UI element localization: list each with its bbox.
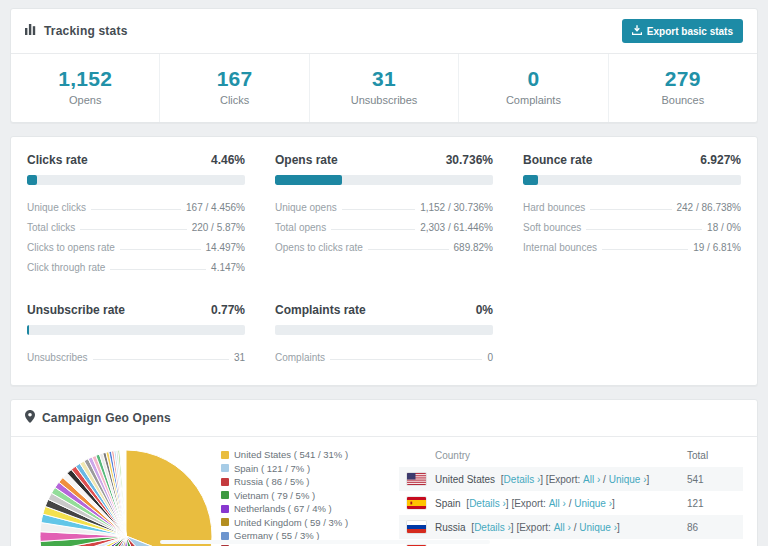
export-all-link[interactable]: All › <box>549 498 566 509</box>
horizontal-scrollbar[interactable] <box>160 540 490 544</box>
stat-row-label: Soft bounces <box>523 222 581 233</box>
country-name: Russia <box>435 522 466 533</box>
country-name: Spain <box>435 498 461 509</box>
tracking-stats-card: Tracking stats Export basic stats 1,152 … <box>10 8 758 123</box>
stat-row-value: 0 <box>487 352 493 363</box>
rate-block: Complaints rate 0% Complaints 0 <box>275 303 493 367</box>
stat-row-value: 220 / 5.87% <box>192 222 245 233</box>
stat-row-value: 4.147% <box>211 262 245 273</box>
column-header-country: Country <box>435 450 470 461</box>
flag-icon-us <box>407 473 426 485</box>
export-unique-link[interactable]: Unique › <box>579 522 617 533</box>
rate-title: Clicks rate <box>27 153 88 167</box>
stat-row-label: Unique clicks <box>27 202 86 213</box>
export-unique-link[interactable]: Unique › <box>574 498 612 509</box>
rate-title: Opens rate <box>275 153 338 167</box>
stat-row: Clicks to opens rate 14.497% <box>27 237 245 257</box>
page-title: Tracking stats <box>25 24 128 38</box>
rate-value: 6.927% <box>700 153 741 167</box>
geo-header: Campaign Geo Opens <box>11 400 757 437</box>
rate-block: Bounce rate 6.927% Hard bounces 242 / 86… <box>523 153 741 277</box>
leader-line <box>590 209 671 210</box>
export-unique-link[interactable]: Unique › <box>609 474 647 485</box>
stat-row-label: Complaints <box>275 352 325 363</box>
stat-row: Hard bounces 242 / 86.738% <box>523 197 741 217</box>
stat-row-label: Click through rate <box>27 262 105 273</box>
stat-row-value: 167 / 4.456% <box>186 202 245 213</box>
stat-label: Opens <box>11 94 159 106</box>
stat-row: Soft bounces 18 / 0% <box>523 217 741 237</box>
stat-row-value: 18 / 0% <box>707 222 741 233</box>
legend-swatch <box>221 478 229 486</box>
legend-swatch <box>221 518 229 526</box>
export-all-link[interactable]: All › <box>583 474 600 485</box>
rate-block: Clicks rate 4.46% Unique clicks 167 / 4.… <box>27 153 245 277</box>
legend-label: United States ( 541 / 31% ) <box>234 449 348 460</box>
legend-swatch <box>221 532 229 540</box>
leader-line <box>602 249 688 250</box>
export-label: Export: <box>519 522 553 533</box>
progress-bar <box>275 175 493 185</box>
stat-label: Clicks <box>160 94 308 106</box>
geo-legend: United States ( 541 / 31% ) Spain ( 121 … <box>221 443 393 546</box>
export-basic-stats-button[interactable]: Export basic stats <box>622 19 743 43</box>
summary-stat: 0 Complaints <box>458 54 607 122</box>
stat-row: Unique clicks 167 / 4.456% <box>27 197 245 217</box>
stat-value: 0 <box>459 67 607 91</box>
stat-row-value: 2,303 / 61.446% <box>420 222 493 233</box>
rate-value: 0.77% <box>211 303 245 317</box>
leader-line <box>330 359 482 360</box>
legend-swatch <box>221 464 229 472</box>
details-link[interactable]: Details › <box>474 522 511 533</box>
details-link[interactable]: Details › <box>504 474 541 485</box>
rate-block: Unsubscribe rate 0.77% Unsubscribes 31 <box>27 303 245 367</box>
stat-value: 1,152 <box>11 67 159 91</box>
legend-item: Spain ( 121 / 7% ) <box>221 463 393 474</box>
geo-opens-card: Campaign Geo Opens United States ( 541 /… <box>10 399 758 546</box>
flag-icon-ru <box>407 521 426 533</box>
stat-value: 167 <box>160 67 308 91</box>
legend-item: United Kingdom ( 59 / 3% ) <box>221 517 393 528</box>
stat-row-value: 19 / 6.81% <box>693 242 741 253</box>
table-row: Russia [Details ›] [Export: All › / Uniq… <box>399 515 743 539</box>
stat-row: Internal bounces 19 / 6.81% <box>523 237 741 257</box>
stat-row: Unsubscribes 31 <box>27 347 245 367</box>
legend-item: Russia ( 86 / 5% ) <box>221 476 393 487</box>
geo-pie-chart <box>25 443 221 546</box>
legend-swatch <box>221 505 229 513</box>
stat-label: Complaints <box>459 94 607 106</box>
geo-table: Country Total United States [Details ›] … <box>399 443 743 546</box>
stat-row-label: Opens to clicks rate <box>275 242 363 253</box>
leader-line <box>120 249 201 250</box>
rate-value: 30.736% <box>446 153 493 167</box>
rate-title: Complaints rate <box>275 303 366 317</box>
stat-label: Unsubscribes <box>310 94 458 106</box>
stat-row: Complaints 0 <box>275 347 493 367</box>
leader-line <box>80 229 186 230</box>
leader-line <box>331 229 415 230</box>
summary-stats: 1,152 Opens 167 Clicks 31 Unsubscribes 0… <box>11 54 757 122</box>
total-value: 121 <box>687 498 735 509</box>
rates-card: Clicks rate 4.46% Unique clicks 167 / 4.… <box>10 136 758 386</box>
summary-stat: 31 Unsubscribes <box>309 54 458 122</box>
stat-row-label: Total opens <box>275 222 326 233</box>
stat-row-value: 31 <box>234 352 245 363</box>
details-link[interactable]: Details › <box>469 498 506 509</box>
rate-block: Opens rate 30.736% Unique opens 1,152 / … <box>275 153 493 277</box>
export-label: Export: <box>514 498 548 509</box>
table-row: United States [Details ›] [Export: All ›… <box>399 467 743 491</box>
total-value: 86 <box>687 522 735 533</box>
flag-icon-es <box>407 497 426 509</box>
rate-value: 4.46% <box>211 153 245 167</box>
legend-label: Vietnam ( 79 / 5% ) <box>234 490 315 501</box>
bar-chart-icon <box>25 24 37 38</box>
export-all-link[interactable]: All › <box>554 522 571 533</box>
column-header-total: Total <box>687 450 735 461</box>
stat-value: 279 <box>609 67 757 91</box>
geo-table-header: Country Total <box>399 443 743 467</box>
stat-row: Opens to clicks rate 689.82% <box>275 237 493 257</box>
geo-title-label: Campaign Geo Opens <box>42 411 171 425</box>
export-button-label: Export basic stats <box>647 26 733 37</box>
progress-bar <box>275 325 493 335</box>
legend-item: United States ( 541 / 31% ) <box>221 449 393 460</box>
